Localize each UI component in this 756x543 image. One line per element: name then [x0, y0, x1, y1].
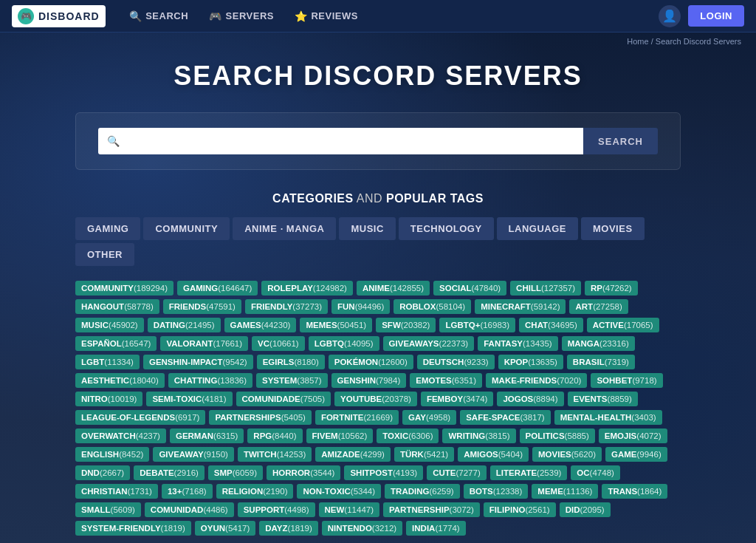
tag-manga[interactable]: MANGA(23316) [562, 336, 635, 351]
tag-lgbt[interactable]: LGBT(11334) [75, 355, 140, 369]
tag-partnerships[interactable]: PARTNERSHIPS(5405) [209, 410, 312, 425]
tag-movies[interactable]: MOVIES(5620) [532, 447, 602, 462]
tag-gaming[interactable]: GAMING(164647) [177, 281, 258, 296]
tag-friendly[interactable]: FRIENDLY(37273) [245, 299, 328, 314]
search-button[interactable]: SEARCH [583, 128, 658, 154]
tag-roblox[interactable]: ROBLOX(58104) [394, 299, 471, 314]
avatar[interactable]: 👤 [659, 5, 681, 27]
tag-egirls[interactable]: EGIRLS(8180) [257, 355, 325, 369]
tag-twitch[interactable]: TWITCH(14253) [238, 447, 312, 462]
tag-jogos[interactable]: JOGOS(8894) [497, 392, 563, 406]
tag-events[interactable]: EVENTS(8859) [568, 392, 638, 406]
tag-politics[interactable]: POLITICS(5885) [520, 428, 595, 443]
tag-comunidad[interactable]: COMUNIDAD(4486) [145, 502, 234, 517]
tag-nitro[interactable]: NITRO(10019) [75, 392, 142, 406]
tag-overwatch[interactable]: OVERWATCH(4237) [75, 428, 166, 443]
category-tab-community[interactable]: COMMUNITY [143, 217, 230, 240]
tag-friends[interactable]: FRIENDS(47591) [163, 299, 241, 314]
tag-femboy[interactable]: FEMBOY(3474) [421, 392, 493, 406]
tag-trans[interactable]: TRANS(1864) [602, 484, 667, 499]
tag-system-friendly[interactable]: SYSTEM-FRIENDLY(1819) [75, 521, 191, 536]
tag-emotes[interactable]: EMOTES(6351) [410, 373, 482, 388]
tag-toxic[interactable]: TOXIC(6306) [377, 428, 439, 443]
tag-comunidade[interactable]: COMUNIDADE(7505) [236, 392, 331, 406]
tag-nintendo[interactable]: NINTENDO(3212) [322, 521, 402, 536]
tag-giveaways[interactable]: GIVEAWAYS(22373) [383, 336, 475, 351]
tag-genshin-impact[interactable]: GENSHIN-IMPACT(9542) [143, 355, 253, 369]
tag-valorant[interactable]: VALORANT(17661) [160, 336, 248, 351]
tag-shitpost[interactable]: SHITPOST(4193) [344, 465, 423, 480]
category-tab-technology[interactable]: TECHNOLOGY [399, 217, 494, 240]
brand-logo[interactable]: 🎮 DISBOARD [12, 5, 106, 27]
tag-german[interactable]: GERMAN(6315) [170, 428, 244, 443]
tag-india[interactable]: INDIA(1774) [406, 521, 466, 536]
category-tab-language[interactable]: LANGUAGE [497, 217, 578, 240]
tag-amizade[interactable]: AMIZADE(4299) [315, 447, 391, 462]
tag-social[interactable]: SOCIAL(47840) [433, 281, 506, 296]
tag-chill[interactable]: CHILL(127357) [510, 281, 581, 296]
tag-meme[interactable]: MEME(11136) [532, 484, 598, 499]
tag-kpop[interactable]: KPOP(13635) [498, 355, 563, 369]
tag-t-rk[interactable]: TÜRK(5421) [394, 447, 454, 462]
tag-art[interactable]: ART(27258) [569, 299, 628, 314]
tag-hangout[interactable]: HANGOUT(58778) [75, 299, 159, 314]
category-tab-anime---manga[interactable]: ANIME · MANGA [233, 217, 336, 240]
nav-reviews[interactable]: ⭐ REVIEWS [286, 6, 367, 27]
tag-anime[interactable]: ANIME(142855) [357, 281, 430, 296]
tag-fivem[interactable]: FIVEM(10562) [306, 428, 374, 443]
tag-support[interactable]: SUPPORT(4498) [238, 502, 315, 517]
tag-small[interactable]: SMALL(5609) [75, 502, 141, 517]
tag-game[interactable]: GAME(9946) [605, 447, 667, 462]
tag-minecraft[interactable]: MINECRAFT(59142) [475, 299, 566, 314]
tag-youtube[interactable]: YOUTUBE(20378) [334, 392, 417, 406]
tag-rp[interactable]: RP(47262) [585, 281, 638, 296]
tag-trading[interactable]: TRADING(6259) [385, 484, 460, 499]
login-button[interactable]: LOGIN [688, 5, 744, 27]
tag-dayz[interactable]: DAYZ(1819) [259, 521, 318, 536]
tag-oc[interactable]: OC(4748) [571, 465, 620, 480]
tag-fortnite[interactable]: FORTNITE(21669) [315, 410, 399, 425]
tag-games[interactable]: GAMES(44230) [224, 318, 297, 332]
tag-rpg[interactable]: RPG(8440) [247, 428, 302, 443]
tag-new[interactable]: NEW(11447) [319, 502, 379, 517]
category-tab-gaming[interactable]: GAMING [75, 217, 140, 240]
tag-cute[interactable]: CUTE(7277) [427, 465, 487, 480]
tag-system[interactable]: SYSTEM(3857) [256, 373, 328, 388]
breadcrumb-home[interactable]: Home [627, 37, 648, 46]
tag-christian[interactable]: CHRISTIAN(1731) [75, 484, 158, 499]
tag-dating[interactable]: DATING(21495) [148, 318, 221, 332]
nav-search[interactable]: 🔍 SEARCH [120, 6, 197, 27]
tag-gay[interactable]: GAY(4958) [402, 410, 456, 425]
nav-servers[interactable]: 🎮 SERVERS [200, 6, 283, 27]
tag-fun[interactable]: FUN(94496) [331, 299, 390, 314]
tag-emojis[interactable]: EMOJIS(4072) [599, 428, 667, 443]
tag-community[interactable]: COMMUNITY(189294) [75, 281, 173, 296]
category-tab-other[interactable]: OTHER [75, 243, 134, 266]
tag-lgbtq-[interactable]: LGBTQ+(16983) [439, 318, 515, 332]
tag-pok-mon[interactable]: POKÉMON(12600) [329, 355, 413, 369]
tag-brasil[interactable]: BRASIL(7319) [567, 355, 635, 369]
category-tab-movies[interactable]: MOVIES [581, 217, 645, 240]
tag-horror[interactable]: HORROR(3544) [267, 465, 340, 480]
tag-chatting[interactable]: CHATTING(13836) [168, 373, 252, 388]
tag-13-[interactable]: 13+(7168) [162, 484, 213, 499]
tag-giveaway[interactable]: GIVEAWAY(9150) [153, 447, 234, 462]
tag-english[interactable]: ENGLISH(8452) [75, 447, 149, 462]
category-tab-music[interactable]: MUSIC [339, 217, 395, 240]
tag-music[interactable]: MUSIC(45902) [75, 318, 144, 332]
tag-chat[interactable]: CHAT(34695) [519, 318, 583, 332]
tag-safe-space[interactable]: SAFE-SPACE(3817) [460, 410, 551, 425]
tag-semi-toxic[interactable]: SEMI-TOXIC(4181) [146, 392, 232, 406]
tag-sfw[interactable]: SFW(20382) [376, 318, 436, 332]
tag-religion[interactable]: RELIGION(2190) [216, 484, 294, 499]
tag-bots[interactable]: BOTS(12338) [464, 484, 529, 499]
tag-genshin[interactable]: GENSHIN(7984) [331, 373, 407, 388]
tag-did[interactable]: DID(2095) [560, 502, 611, 517]
tag-writing[interactable]: WRITING(3815) [442, 428, 515, 443]
tag-literate[interactable]: LITERATE(2539) [490, 465, 568, 480]
tag-debate[interactable]: DEBATE(2916) [134, 465, 205, 480]
tag-amigos[interactable]: AMIGOS(5404) [458, 447, 529, 462]
tag-sohbet[interactable]: SOHBET(9718) [591, 373, 662, 388]
tag-active[interactable]: ACTIVE(17065) [587, 318, 659, 332]
tag-dnd[interactable]: DND(2667) [75, 465, 130, 480]
